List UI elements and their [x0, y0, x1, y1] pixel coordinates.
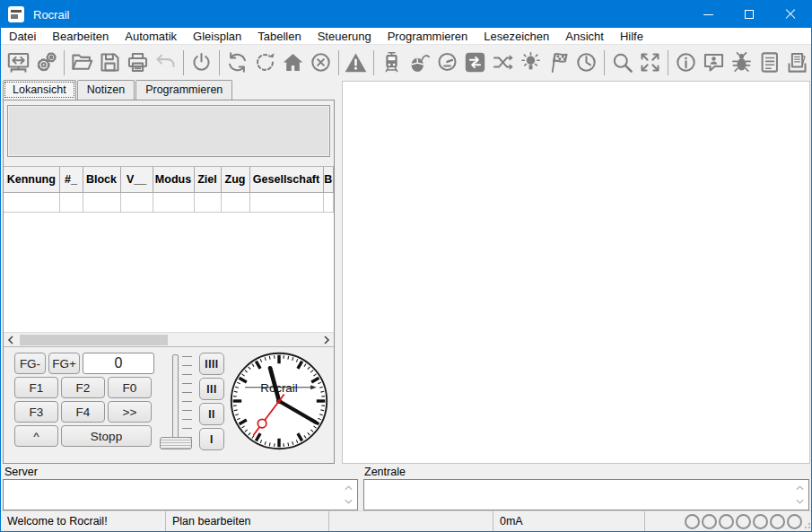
finish-flag-icon[interactable]: [545, 48, 572, 77]
col-gesellschaft[interactable]: Gesellschaft: [249, 167, 323, 192]
tab-programmieren[interactable]: Programmieren: [135, 80, 232, 100]
led-indicator: [770, 514, 785, 529]
led-indicator: [753, 514, 768, 529]
undo-icon[interactable]: [152, 48, 179, 77]
speed-step-2-button[interactable]: II: [199, 403, 224, 425]
f2-button[interactable]: F2: [61, 377, 105, 398]
close-button[interactable]: [770, 1, 811, 28]
led-indicator: [702, 514, 717, 529]
tab-lokansicht[interactable]: Lokansicht: [3, 80, 76, 100]
fg-minus-button[interactable]: FG-: [14, 353, 46, 374]
menu-gleisplan[interactable]: Gleisplan: [185, 29, 249, 44]
power-icon[interactable]: [188, 48, 215, 77]
menu-tabellen[interactable]: Tabellen: [249, 29, 309, 44]
scrollbar-thumb[interactable]: [20, 335, 168, 345]
throttle-panel: FG- FG+ F1 F2 F0 F3 F4 >> ^ Stopp IIII I…: [4, 346, 334, 463]
speed-step-4-button[interactable]: IIII: [199, 353, 224, 375]
menu-ansicht[interactable]: Ansicht: [557, 29, 612, 44]
stop-button[interactable]: Stopp: [61, 425, 152, 447]
f0-button[interactable]: F0: [108, 377, 152, 398]
minimize-icon: [703, 14, 713, 15]
home-icon[interactable]: [279, 48, 307, 77]
col-ziel[interactable]: Ziel: [194, 167, 221, 192]
col-v[interactable]: V__: [120, 167, 153, 192]
status-leds: [644, 511, 811, 531]
server-label: Server: [4, 466, 38, 478]
print-icon[interactable]: [124, 48, 152, 77]
menu-bearbeiten[interactable]: Bearbeiten: [44, 29, 117, 44]
resize-grip[interactable]: [803, 521, 810, 528]
spin-down-icon[interactable]: [795, 498, 805, 505]
lamp-icon[interactable]: [517, 48, 545, 77]
loco-table: Kennung #_ Block V__ Modus Ziel Zug Gese…: [4, 166, 334, 213]
gauge-icon[interactable]: [433, 48, 461, 77]
menu-datei[interactable]: Datei: [1, 29, 44, 44]
f1-button[interactable]: F1: [14, 377, 58, 398]
track-plan-area[interactable]: [342, 81, 810, 464]
speed-step-3-button[interactable]: III: [199, 378, 224, 400]
lokansicht-panel: Kennung #_ Block V__ Modus Ziel Zug Gese…: [3, 100, 335, 464]
workspace-icon[interactable]: [4, 48, 32, 77]
zentrale-label: Zentrale: [364, 466, 406, 478]
col-b[interactable]: B: [323, 167, 334, 192]
throttle-slider-handle[interactable]: [160, 437, 192, 449]
clock-brand: Rocrail: [260, 381, 297, 395]
loco-icon[interactable]: [378, 48, 406, 77]
spin-up-icon[interactable]: [344, 484, 354, 492]
direction-button[interactable]: ^: [14, 425, 58, 447]
table-row[interactable]: [4, 192, 334, 212]
server-log[interactable]: [3, 479, 358, 510]
debug-icon[interactable]: [728, 48, 755, 77]
titlebar: Rocrail: [1, 1, 811, 28]
scroll-right-icon[interactable]: [319, 333, 334, 347]
fg-plus-button[interactable]: FG+: [48, 353, 80, 374]
tab-notizen[interactable]: Notizen: [77, 80, 135, 100]
properties-icon[interactable]: [32, 48, 60, 77]
save-icon[interactable]: [96, 48, 124, 77]
menu-lesezeichen[interactable]: Lesezeichen: [476, 29, 557, 44]
shuffle-icon[interactable]: [489, 48, 517, 77]
f3-button[interactable]: F3: [14, 401, 58, 423]
throttle-slider-track[interactable]: [172, 354, 179, 440]
cancel-icon[interactable]: [307, 48, 335, 77]
reset-icon[interactable]: [251, 48, 279, 77]
speed-display[interactable]: [83, 353, 154, 374]
menu-hilfe[interactable]: Hilfe: [612, 29, 651, 44]
window-title: Rocrail: [33, 8, 69, 22]
fullscreen-icon[interactable]: [636, 48, 664, 77]
alert-icon[interactable]: [342, 48, 370, 77]
support-icon[interactable]: [700, 48, 728, 77]
col-modus[interactable]: Modus: [153, 167, 194, 192]
maximize-button[interactable]: [729, 1, 770, 28]
horizontal-scrollbar[interactable]: [4, 332, 334, 346]
col-number[interactable]: #_: [59, 167, 83, 192]
menu-automatik[interactable]: Automatik: [117, 29, 185, 44]
menubar: Datei Bearbeiten Automatik Gleisplan Tab…: [1, 28, 811, 45]
col-zug[interactable]: Zug: [221, 167, 249, 192]
col-kennung[interactable]: Kennung: [4, 167, 59, 192]
refresh-icon[interactable]: [223, 48, 251, 77]
open-icon[interactable]: [68, 48, 96, 77]
statusbar: Welcome to Rocrail! Plan bearbeiten 0mA: [1, 510, 811, 531]
zentrale-log[interactable]: [363, 479, 809, 510]
maximize-icon: [745, 10, 754, 19]
spin-up-icon[interactable]: [795, 484, 805, 492]
routes-icon[interactable]: [461, 48, 489, 77]
spin-down-icon[interactable]: [344, 498, 354, 505]
log-icon[interactable]: [755, 48, 783, 77]
f4-button[interactable]: F4: [61, 401, 105, 423]
led-indicator: [719, 514, 734, 529]
menu-steuerung[interactable]: Steuerung: [310, 29, 380, 44]
fast-clock-icon[interactable]: [572, 48, 600, 77]
speed-step-1-button[interactable]: I: [199, 428, 224, 450]
menu-programmieren[interactable]: Programmieren: [380, 29, 476, 44]
pages-icon[interactable]: [783, 48, 811, 77]
minimize-button[interactable]: [687, 1, 729, 28]
scroll-left-icon[interactable]: [4, 333, 18, 347]
search-icon[interactable]: [608, 48, 636, 77]
status-current: 0mA: [493, 511, 644, 531]
col-block[interactable]: Block: [83, 167, 120, 192]
info-icon[interactable]: [672, 48, 700, 77]
more-functions-button[interactable]: >>: [108, 401, 152, 423]
mouse-icon[interactable]: [406, 48, 433, 77]
